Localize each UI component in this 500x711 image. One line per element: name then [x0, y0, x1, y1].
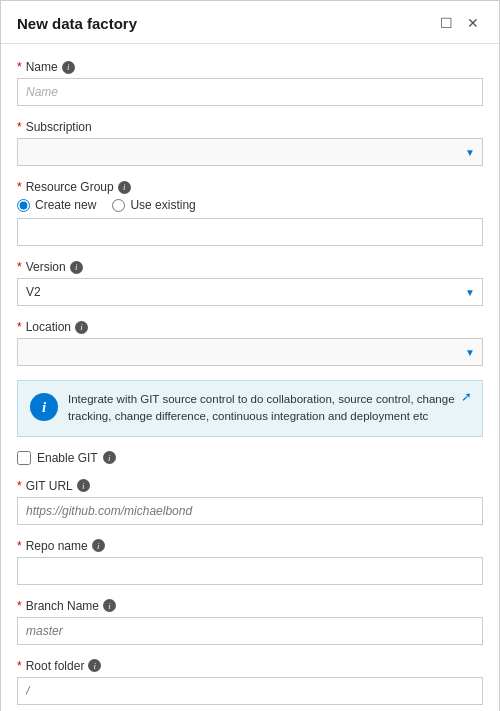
resource-group-field-group: * Resource Group i Create new Use existi… [17, 180, 483, 246]
info-banner-text: Integrate with GIT source control to do … [68, 391, 470, 426]
branch-name-label: * Branch Name i [17, 599, 483, 613]
enable-git-checkbox[interactable] [17, 451, 31, 465]
subscription-select[interactable] [17, 138, 483, 166]
minimize-button[interactable]: ☐ [436, 13, 457, 33]
branch-name-info-icon[interactable]: i [103, 599, 116, 612]
resource-group-required-star: * [17, 180, 22, 194]
version-required-star: * [17, 260, 22, 274]
location-required-star: * [17, 320, 22, 334]
create-new-radio[interactable] [17, 199, 30, 212]
resource-group-info-icon[interactable]: i [118, 181, 131, 194]
enable-git-info-icon[interactable]: i [103, 451, 116, 464]
location-select[interactable] [17, 338, 483, 366]
version-select-wrapper: V2 V1 ▼ [17, 278, 483, 306]
name-required-star: * [17, 60, 22, 74]
info-banner-icon: i [30, 393, 58, 421]
location-label: * Location i [17, 320, 483, 334]
root-folder-label: * Root folder i [17, 659, 483, 673]
branch-name-required-star: * [17, 599, 22, 613]
name-label: * Name i [17, 60, 483, 74]
enable-git-group: Enable GIT i [17, 451, 483, 465]
info-banner-external-link[interactable]: ➚ [461, 389, 472, 404]
location-field-group: * Location i ▼ [17, 320, 483, 366]
repo-name-info-icon[interactable]: i [92, 539, 105, 552]
root-folder-info-icon[interactable]: i [88, 659, 101, 672]
git-url-input[interactable] [17, 497, 483, 525]
root-folder-input[interactable] [17, 677, 483, 705]
repo-name-field-group: * Repo name i [17, 539, 483, 585]
git-url-field-group: * GIT URL i [17, 479, 483, 525]
name-input[interactable] [17, 78, 483, 106]
name-label-text: Name [26, 60, 58, 74]
dialog-header: New data factory ☐ ✕ [1, 1, 499, 44]
root-folder-required-star: * [17, 659, 22, 673]
use-existing-label-text: Use existing [130, 198, 195, 212]
root-folder-field-group: * Root folder i [17, 659, 483, 705]
repo-name-label: * Repo name i [17, 539, 483, 553]
location-info-icon[interactable]: i [75, 321, 88, 334]
repo-name-label-text: Repo name [26, 539, 88, 553]
repo-name-input[interactable] [17, 557, 483, 585]
resource-group-label: * Resource Group i [17, 180, 483, 194]
repo-name-required-star: * [17, 539, 22, 553]
resource-group-label-text: Resource Group [26, 180, 114, 194]
version-label-text: Version [26, 260, 66, 274]
git-url-label-text: GIT URL [26, 479, 73, 493]
branch-name-field-group: * Branch Name i [17, 599, 483, 645]
version-select[interactable]: V2 V1 [17, 278, 483, 306]
location-select-wrapper: ▼ [17, 338, 483, 366]
dialog-title: New data factory [17, 15, 137, 32]
subscription-field-group: * Subscription ▼ [17, 120, 483, 166]
git-url-label: * GIT URL i [17, 479, 483, 493]
name-info-icon[interactable]: i [62, 61, 75, 74]
branch-name-input[interactable] [17, 617, 483, 645]
subscription-label: * Subscription [17, 120, 483, 134]
resource-group-input[interactable] [17, 218, 483, 246]
version-label: * Version i [17, 260, 483, 274]
version-info-icon[interactable]: i [70, 261, 83, 274]
dialog-body: * Name i * Subscription ▼ * Resour [1, 44, 499, 711]
subscription-required-star: * [17, 120, 22, 134]
branch-name-label-text: Branch Name [26, 599, 99, 613]
subscription-label-text: Subscription [26, 120, 92, 134]
create-new-radio-label[interactable]: Create new [17, 198, 96, 212]
close-button[interactable]: ✕ [463, 13, 483, 33]
use-existing-radio[interactable] [112, 199, 125, 212]
git-url-info-icon[interactable]: i [77, 479, 90, 492]
enable-git-label[interactable]: Enable GIT i [37, 451, 116, 465]
subscription-select-wrapper: ▼ [17, 138, 483, 166]
location-label-text: Location [26, 320, 71, 334]
version-field-group: * Version i V2 V1 ▼ [17, 260, 483, 306]
dialog-controls: ☐ ✕ [436, 13, 483, 33]
resource-group-radio-group: Create new Use existing [17, 198, 483, 212]
use-existing-radio-label[interactable]: Use existing [112, 198, 195, 212]
enable-git-label-text: Enable GIT [37, 451, 98, 465]
create-new-label-text: Create new [35, 198, 96, 212]
name-field-group: * Name i [17, 60, 483, 106]
new-data-factory-dialog: New data factory ☐ ✕ * Name i * Subscrip… [0, 0, 500, 711]
git-info-banner: i Integrate with GIT source control to d… [17, 380, 483, 437]
root-folder-label-text: Root folder [26, 659, 85, 673]
git-url-required-star: * [17, 479, 22, 493]
